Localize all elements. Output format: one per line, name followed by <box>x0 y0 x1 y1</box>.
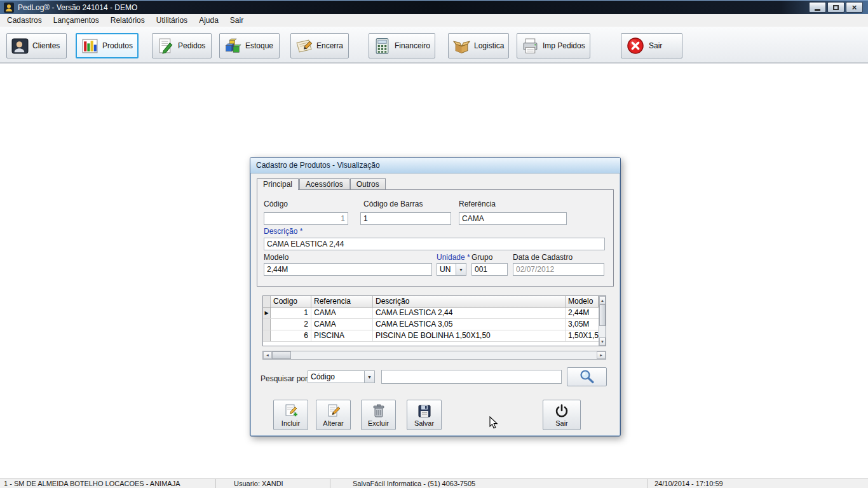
row-selector-cell <box>263 330 271 341</box>
scroll-down-icon[interactable]: ▼ <box>599 337 606 346</box>
minimize-icon <box>815 9 820 11</box>
toolbar-button-label: Pedidos <box>178 41 205 50</box>
incluir-button[interactable]: Incluir <box>273 400 308 430</box>
status-user: Usuario: XANDI <box>216 479 330 488</box>
alterar-button[interactable]: Alterar <box>316 400 351 430</box>
vscroll-track[interactable] <box>599 326 606 337</box>
grid-corner-cell <box>263 296 271 307</box>
titlebar: PedLog® - Versão 241014 - DEMO × <box>0 0 868 14</box>
toolbar-button-pedidos[interactable]: Pedidos <box>152 33 212 58</box>
menu-item-sair[interactable]: Sair <box>224 15 249 26</box>
excluir-button[interactable]: Excluir <box>361 400 396 430</box>
toolbar: Clientes Produtos Pedidos Estoque Encerr <box>0 27 868 64</box>
vscroll-thumb[interactable] <box>599 304 606 326</box>
unidade-combo[interactable]: UN ▼ <box>437 263 466 276</box>
toolbar-button-logistica[interactable]: Logistica <box>448 33 509 58</box>
grid-vertical-scrollbar[interactable]: ▲ ▼ <box>599 296 606 346</box>
box-icon <box>453 37 470 55</box>
toolbar-button-label: Financeiro <box>395 41 430 50</box>
grid-columns: Codigo Referencia Descrição Modelo ▶ 1 C… <box>263 296 599 346</box>
grid-row-3[interactable]: 6 PISCINA PISCINA DE BOLINHA 1,50X1,50 1… <box>263 330 599 342</box>
menu-item-cadastros[interactable]: Cadastros <box>1 15 48 26</box>
cell-modelo: 3,05M <box>566 319 599 330</box>
toolbar-button-financeiro[interactable]: Financeiro <box>369 33 435 58</box>
close-button[interactable]: × <box>846 2 863 13</box>
products-grid[interactable]: Codigo Referencia Descrição Modelo ▶ 1 C… <box>262 295 606 346</box>
scroll-right-icon[interactable]: ► <box>597 351 606 359</box>
tab-outros[interactable]: Outros <box>350 178 386 189</box>
save-record-icon <box>417 403 432 419</box>
menubar: Cadastros Lançamentos Relatórios Utilitá… <box>0 14 868 27</box>
status-company: 1 - SM DE ALMEIDA BOTELHO LOCACOES - ANI… <box>0 479 216 488</box>
cell-descricao: CAMA ELASTICA 3,05 <box>373 319 566 330</box>
dialog-sair-button[interactable]: Sair <box>543 400 581 430</box>
stock-icon <box>224 37 241 55</box>
cell-modelo: 1,50X1,50 <box>566 330 599 341</box>
toolbar-button-clientes[interactable]: Clientes <box>6 33 67 58</box>
products-icon <box>81 37 98 55</box>
cell-descricao: PISCINA DE BOLINHA 1,50X1,50 <box>373 330 566 341</box>
cell-referencia: CAMA <box>311 308 373 318</box>
cell-codigo: 6 <box>271 330 311 341</box>
toolbar-button-encerra[interactable]: Encerra <box>290 33 349 58</box>
minimize-button[interactable] <box>809 2 826 13</box>
dialog-tabs: Principal Acessórios Outros <box>257 178 386 190</box>
maximize-button[interactable] <box>827 2 844 13</box>
data-de-cadastro-input[interactable] <box>513 263 604 276</box>
toolbar-button-label: Sair <box>649 41 662 50</box>
window-controls: × <box>809 2 863 13</box>
toolbar-button-estoque[interactable]: Estoque <box>219 33 280 58</box>
column-header-modelo[interactable]: Modelo <box>566 296 599 307</box>
grid-row-1[interactable]: ▶ 1 CAMA CAMA ELASTICA 2,44 2,44M <box>263 308 599 319</box>
cell-referencia: CAMA <box>311 319 373 330</box>
toolbar-button-produtos[interactable]: Produtos <box>76 33 139 58</box>
grid-horizontal-scrollbar[interactable]: ◄ ► <box>262 351 606 360</box>
main-area: Cadastro de Produtos - Visualização Prin… <box>0 64 868 478</box>
add-record-icon <box>283 403 299 419</box>
codigo-input[interactable] <box>264 212 348 225</box>
grupo-input[interactable] <box>471 263 508 276</box>
search-input[interactable] <box>381 370 562 384</box>
data-de-cadastro-label: Data de Cadastro <box>513 253 573 262</box>
codigo-de-barras-input[interactable] <box>360 212 451 225</box>
menu-item-lancamentos[interactable]: Lançamentos <box>48 15 105 26</box>
action-button-label: Salvar <box>414 419 434 427</box>
row-selector-cell <box>263 319 271 330</box>
app-window: PedLog® - Versão 241014 - DEMO × Cadastr… <box>0 0 868 488</box>
scroll-up-icon[interactable]: ▲ <box>599 296 606 304</box>
toolbar-button-label: Imp Pedidos <box>543 41 585 50</box>
column-header-codigo[interactable]: Codigo <box>271 296 311 307</box>
grid-row-2[interactable]: 2 CAMA CAMA ELASTICA 3,05 3,05M <box>263 319 599 330</box>
toolbar-button-sair[interactable]: Sair <box>621 33 682 58</box>
tab-acessorios[interactable]: Acessórios <box>299 178 349 189</box>
hscroll-track[interactable] <box>291 351 597 359</box>
codigo-de-barras-label: Código de Barras <box>363 200 423 208</box>
search-button[interactable] <box>567 367 607 386</box>
hscroll-thumb[interactable] <box>272 351 291 359</box>
toolbar-button-label: Estoque <box>245 41 273 50</box>
toolbar-button-imp-pedidos[interactable]: Imp Pedidos <box>517 33 590 58</box>
descricao-input[interactable] <box>264 238 605 250</box>
salvar-button[interactable]: Salvar <box>407 400 442 430</box>
scroll-left-icon[interactable]: ◄ <box>263 351 272 359</box>
descricao-label: Descrição * <box>264 227 302 236</box>
app-icon <box>4 3 14 13</box>
menu-item-ajuda[interactable]: Ajuda <box>193 15 224 26</box>
cell-codigo: 1 <box>271 308 311 318</box>
menu-item-utilitarios[interactable]: Utilitários <box>151 15 193 26</box>
modelo-input[interactable] <box>264 263 432 276</box>
search-field-combo[interactable]: Código ▼ <box>308 370 375 383</box>
tab-principal[interactable]: Principal <box>257 178 299 190</box>
column-header-descricao[interactable]: Descrição <box>373 296 566 307</box>
selected-row-arrow-icon: ▶ <box>264 308 268 318</box>
menu-item-relatorios[interactable]: Relatórios <box>105 15 151 26</box>
search-label: Pesquisar por: <box>261 374 309 383</box>
referencia-label: Referência <box>459 200 496 208</box>
toolbar-button-label: Produtos <box>102 41 133 50</box>
dialog-titlebar[interactable]: Cadastro de Produtos - Visualização <box>250 158 620 173</box>
row-selector-cell: ▶ <box>263 308 271 318</box>
column-header-referencia[interactable]: Referencia <box>311 296 373 307</box>
referencia-input[interactable] <box>459 212 567 225</box>
codigo-label: Código <box>264 200 288 208</box>
calculator-icon <box>374 37 391 55</box>
